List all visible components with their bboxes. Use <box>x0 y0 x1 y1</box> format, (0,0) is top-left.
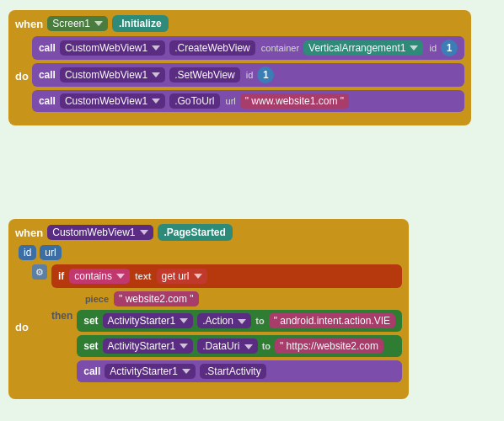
screen1-label: Screen1 <box>52 18 90 29</box>
do-row-1: do call CustomWebView1 .CreateWebView co… <box>15 36 464 115</box>
as1-label-3: ActivityStarter1 <box>110 365 178 377</box>
call-lbl-1: call <box>39 42 56 54</box>
activitystarter1-btn-3[interactable]: ActivityStarter1 <box>105 364 196 379</box>
createwebview-method: .CreateWebView <box>169 40 255 56</box>
then-lbl: then <box>51 310 72 322</box>
va1-dropdown <box>410 45 418 51</box>
call-lbl-2: call <box>39 69 56 81</box>
pagestarted-header: when CustomWebView1 .PageStarted <box>15 224 402 241</box>
cwv1-dropdown-3 <box>152 99 160 104</box>
customwebview1-btn-2[interactable]: CustomWebView1 <box>60 67 165 83</box>
as1-label-1: ActivityStarter1 <box>108 315 176 327</box>
datauri-value: " https://website2.com <box>275 338 383 354</box>
action-property[interactable]: .Action <box>197 313 251 328</box>
datauri-property[interactable]: .DataUri <box>197 338 257 354</box>
id-num-2: 1 <box>257 67 274 83</box>
initialize-outer-wrap: when Screen1 .Initialize do call CustomW… <box>8 10 471 125</box>
va1-label: VerticalArrangement1 <box>308 42 405 54</box>
text-lbl: text <box>135 271 152 281</box>
setwebview-method: .SetWebView <box>169 67 240 83</box>
param-id-btn: id <box>19 245 36 260</box>
do-row-2: do ⚙ if contains <box>15 264 402 389</box>
piece-row: piece " website2.com " <box>85 291 402 306</box>
if-container: if contains text get url <box>51 264 402 288</box>
customwebview1-event-btn[interactable]: CustomWebView1 <box>47 225 153 240</box>
then-section: then set ActivityStarter1 <box>51 310 402 386</box>
datauri-dropdown <box>244 344 253 349</box>
get-label: get <box>162 270 176 282</box>
call-gotourl: call CustomWebView1 .GoToUrl url " www.w… <box>32 90 464 112</box>
initialize-event: .Initialize <box>112 15 169 32</box>
set-lbl-2: set <box>83 340 98 352</box>
pagestarted-params-row: id url <box>19 245 402 260</box>
if-lbl: if <box>58 270 64 282</box>
call-setwebview: call CustomWebView1 .SetWebView id 1 <box>32 63 464 87</box>
piece-lbl: piece <box>85 294 109 304</box>
param-url-btn: url <box>40 245 61 260</box>
as1-dropdown-2 <box>180 344 188 349</box>
customwebview1-btn-3[interactable]: CustomWebView1 <box>60 93 165 109</box>
when-keyword-2: when <box>15 225 43 241</box>
container-lbl: container <box>261 43 299 53</box>
if-row: ⚙ if contains text <box>32 264 402 386</box>
pagestarted-event: .PageStarted <box>158 224 233 241</box>
if-block-wrap: if contains text get url <box>51 264 402 386</box>
call-createwebview: call CustomWebView1 .CreateWebView conta… <box>32 36 464 60</box>
cwv1-event-dropdown <box>140 230 148 235</box>
do-body-2: ⚙ if contains text <box>32 264 402 389</box>
pagestarted-outer-wrap: when CustomWebView1 .PageStarted id url … <box>8 219 409 399</box>
contains-btn[interactable]: contains <box>69 269 130 284</box>
as1-label-2: ActivityStarter1 <box>108 340 176 352</box>
cwv1-dropdown-1 <box>152 45 160 51</box>
get-var: url <box>178 270 189 282</box>
cwv1-dropdown-2 <box>152 72 160 77</box>
activitystarter1-btn-2[interactable]: ActivityStarter1 <box>103 338 194 354</box>
screen1-btn[interactable]: Screen1 <box>47 16 108 31</box>
id-num-1: 1 <box>441 40 458 56</box>
set-datauri-block: set ActivityStarter1 .DataUri <box>77 335 402 357</box>
customwebview1-label-3: CustomWebView1 <box>65 95 147 107</box>
group2-pagestarted: when CustomWebView1 .PageStarted id url … <box>8 219 409 399</box>
when-keyword-1: when <box>15 16 43 32</box>
url-string-1: " www.website1.com " <box>240 93 349 109</box>
initialize-header: when Screen1 .Initialize <box>15 15 464 32</box>
gear-icon[interactable]: ⚙ <box>32 264 47 280</box>
as1-dropdown-1 <box>180 318 188 323</box>
customwebview1-btn-1[interactable]: CustomWebView1 <box>60 40 165 56</box>
get-dropdown <box>194 274 202 279</box>
call-startactivity: call ActivityStarter1 .StartActivity <box>77 360 402 382</box>
then-body: set ActivityStarter1 .Action <box>77 310 402 386</box>
group1-initialize: when Screen1 .Initialize do call CustomW… <box>8 10 471 125</box>
as1-dropdown-3 <box>182 369 190 374</box>
to-lbl-1: to <box>255 316 264 326</box>
piece-value: " website2.com " <box>114 291 199 306</box>
call-lbl-3: call <box>39 95 56 107</box>
customwebview1-label-1: CustomWebView1 <box>65 42 147 54</box>
contains-label: contains <box>74 270 112 282</box>
action-value: " android.intent.action.VIE <box>269 313 395 328</box>
customwebview1-label-2: CustomWebView1 <box>65 69 147 81</box>
url-lbl-1: url <box>226 96 236 106</box>
id-lbl-2: id <box>246 70 254 80</box>
activitystarter1-btn-1[interactable]: ActivityStarter1 <box>103 313 194 328</box>
screen1-dropdown-icon <box>94 21 103 26</box>
cwv1-event-label: CustomWebView1 <box>52 226 135 238</box>
do-keyword-2: do <box>15 319 29 335</box>
contains-dropdown <box>116 274 125 279</box>
action-dropdown <box>238 319 246 324</box>
do-body-1: call CustomWebView1 .CreateWebView conta… <box>32 36 464 115</box>
call-lbl-4: call <box>83 365 100 377</box>
gotourl-method: .GoToUrl <box>169 93 219 109</box>
id-lbl-1: id <box>429 43 437 53</box>
verticalarrangement1-btn[interactable]: VerticalArrangement1 <box>303 40 423 56</box>
do-keyword-1: do <box>15 68 29 84</box>
set-action-block: set ActivityStarter1 .Action <box>77 310 402 332</box>
set-lbl-1: set <box>83 315 98 327</box>
startactivity-method: .StartActivity <box>200 364 266 379</box>
get-url-btn[interactable]: get url <box>157 269 207 284</box>
to-lbl-2: to <box>262 341 271 351</box>
